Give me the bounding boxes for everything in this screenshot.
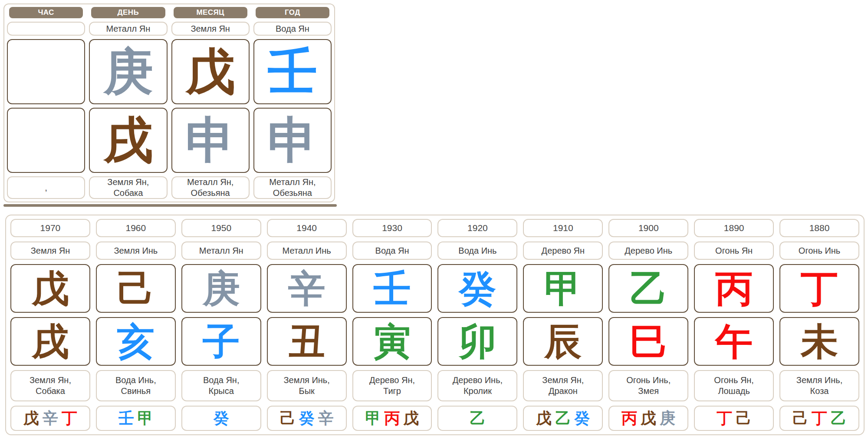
- luck-animal-line1: Огонь Ян,: [714, 375, 754, 386]
- luck-animal-line2: Свинья: [121, 386, 151, 397]
- luck-stem-box: 戊: [10, 264, 90, 313]
- luck-animal-line2: Лошадь: [718, 386, 750, 397]
- natal-header-day: ДЕНЬ: [91, 7, 165, 18]
- luck-stem-box: 癸: [437, 264, 517, 313]
- luck-stem-box: 丙: [694, 264, 774, 313]
- natal-stem-char: 庚: [103, 47, 153, 96]
- hidden-stem-char: 丙: [385, 410, 400, 426]
- natal-animal-line1: Земля Ян,: [107, 177, 149, 188]
- luck-branch-char: 子: [203, 323, 240, 360]
- luck-branch-box: 丑: [267, 317, 347, 366]
- luck-pillar-1910: 1910 Дерево Ян 甲 辰 Земля Ян,Дракон 戊 乙 癸: [523, 219, 603, 431]
- natal-animal-line1: ,: [45, 182, 47, 193]
- luck-animal-box: Вода Ян,Крыса: [181, 370, 261, 401]
- luck-year-label: 1960: [125, 223, 146, 233]
- hidden-stem-char: 辛: [318, 410, 334, 426]
- natal-animal-box: Земля Ян,Собака: [89, 176, 167, 199]
- luck-branch-char: 辰: [544, 323, 582, 360]
- luck-branch-char: 戌: [32, 323, 69, 360]
- luck-element-label: Металл Ян: [199, 246, 243, 256]
- natal-branch-box: 申: [253, 108, 332, 173]
- natal-animal-line2: Обезьяна: [191, 188, 230, 198]
- luck-stem-box: 乙: [608, 264, 688, 313]
- luck-element-box: Дерево Инь: [608, 242, 688, 260]
- luck-element-label: Земля Ян: [31, 246, 70, 256]
- luck-animal-box: Огонь Инь,Змея: [608, 370, 688, 401]
- luck-animal-line2: Коза: [810, 386, 829, 397]
- luck-year-box: 1890: [694, 219, 774, 237]
- luck-stem-char: 己: [117, 270, 155, 307]
- luck-pillars-panel: 1970 Земля Ян 戊 戌 Земля Ян,Собака 戊 辛 丁 …: [5, 215, 865, 435]
- luck-year-box: 1910: [523, 219, 603, 237]
- luck-branch-box: 未: [779, 317, 859, 366]
- luck-animal-line2: Змея: [638, 386, 659, 397]
- natal-header-label: ГОД: [285, 8, 300, 17]
- natal-header-hour: ЧАС: [9, 7, 83, 18]
- luck-branch-box: 卯: [437, 317, 517, 366]
- luck-element-label: Земля Инь: [114, 246, 158, 256]
- luck-branch-box: 寅: [352, 317, 432, 366]
- luck-stem-box: 己: [96, 264, 176, 313]
- natal-element-label: Земля Ян: [191, 24, 230, 34]
- hidden-stem-char: 戊: [23, 410, 39, 426]
- natal-animal-line2: Обезьяна: [273, 188, 312, 198]
- luck-animal-line2: Собака: [36, 386, 65, 397]
- luck-stem-box: 甲: [523, 264, 603, 313]
- hidden-stem-char: 乙: [831, 410, 846, 426]
- luck-animal-line2: Кролик: [464, 386, 492, 397]
- natal-branch-char: 申: [186, 116, 235, 165]
- luck-stem-box: 辛: [267, 264, 347, 313]
- luck-animal-line1: Дерево Инь,: [453, 375, 503, 386]
- luck-element-box: Металл Ян: [181, 242, 261, 260]
- luck-element-box: Огонь Ян: [694, 242, 774, 260]
- luck-animal-box: Земля Инь,Коза: [779, 370, 859, 401]
- natal-header-label: ЧАС: [38, 8, 54, 17]
- hidden-stem-char: 癸: [214, 410, 229, 426]
- luck-element-label: Огонь Инь: [799, 246, 840, 256]
- natal-header-label: МЕСЯЦ: [196, 8, 224, 17]
- hidden-stem-char: 己: [792, 410, 808, 426]
- luck-stem-char: 庚: [203, 270, 240, 307]
- luck-hidden-stems-box: 丙 戊 庚: [608, 406, 688, 431]
- hidden-stem-char: 己: [280, 410, 296, 426]
- luck-hidden-stems-box: 丁 己: [694, 406, 774, 431]
- natal-branch-box: 戌: [89, 108, 167, 173]
- luck-year-label: 1930: [382, 223, 402, 233]
- luck-animal-line1: Земля Ян,: [542, 375, 584, 386]
- natal-animal-line2: Собака: [113, 188, 143, 198]
- natal-pillar-month: МЕСЯЦ Земля Ян 戊 申 Металл Ян,Обезьяна: [171, 7, 250, 199]
- natal-pillar-year: ГОД Вода Ян 壬 申 Металл Ян,Обезьяна: [253, 7, 332, 199]
- luck-element-label: Вода Инь: [458, 246, 496, 256]
- luck-branch-box: 戌: [10, 317, 90, 366]
- natal-pillar-hour: ЧАС ,: [7, 7, 85, 199]
- luck-hidden-stems-box: 己 癸 辛: [267, 406, 347, 431]
- luck-element-box: Земля Ян: [10, 242, 90, 260]
- luck-animal-line1: Земля Инь,: [796, 375, 842, 386]
- luck-stem-char: 丙: [715, 270, 753, 307]
- luck-pillar-1940: 1940 Металл Инь 辛 丑 Земля Инь,Бык 己 癸 辛: [267, 219, 347, 431]
- luck-pillar-1920: 1920 Вода Инь 癸 卯 Дерево Инь,Кролик 乙: [437, 219, 517, 431]
- hidden-stem-char: 丁: [62, 410, 77, 426]
- luck-branch-char: 巳: [630, 323, 667, 360]
- luck-branch-box: 亥: [96, 317, 176, 366]
- luck-pillar-1900: 1900 Дерево Инь 乙 巳 Огонь Инь,Змея 丙 戊 庚: [608, 219, 688, 431]
- luck-year-box: 1900: [608, 219, 688, 237]
- luck-stem-box: 壬: [352, 264, 432, 313]
- hidden-stem-char: 戊: [404, 410, 419, 426]
- luck-animal-line2: Бык: [299, 386, 315, 397]
- natal-branch-char: 申: [268, 116, 317, 165]
- luck-hidden-stems-box: 乙: [437, 406, 517, 431]
- luck-stem-char: 辛: [288, 270, 326, 307]
- luck-year-box: 1960: [96, 219, 176, 237]
- natal-animal-box: ,: [7, 176, 85, 199]
- luck-hidden-stems-box: 戊 辛 丁: [10, 406, 90, 431]
- luck-animal-line2: Тигр: [383, 386, 401, 397]
- luck-element-box: Металл Инь: [267, 242, 347, 260]
- natal-branch-char: 戌: [103, 116, 153, 165]
- luck-animal-line2: Крыса: [209, 386, 234, 397]
- natal-chart-panel: ЧАС , ДЕНЬ Металл Ян 庚 戌 Земля Ян,Собака…: [3, 3, 335, 202]
- natal-stem-char: 壬: [268, 47, 317, 96]
- hidden-stem-char: 癸: [574, 410, 590, 426]
- luck-animal-box: Земля Ян,Собака: [10, 370, 90, 401]
- natal-element-box: Вода Ян: [253, 22, 332, 36]
